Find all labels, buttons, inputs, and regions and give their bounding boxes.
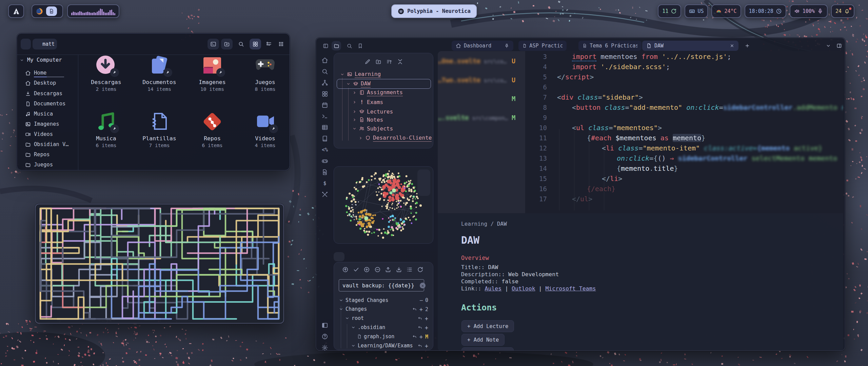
stage-icon[interactable]: + (425, 315, 428, 322)
git-list-icon[interactable] (406, 266, 413, 273)
git-upload-icon[interactable] (385, 266, 391, 273)
external-link-outlook[interactable]: Outlook (512, 285, 535, 292)
chevron-icon[interactable] (345, 316, 350, 321)
chevron-down-icon[interactable] (340, 72, 344, 77)
git-circle-minus-icon[interactable] (374, 266, 381, 273)
folder-tile-documentos[interactable]: Documentos14 items (134, 55, 185, 92)
stage-icon[interactable]: + (419, 333, 423, 340)
active-app-chip[interactable] (46, 6, 57, 16)
ribbon-layout-grid-icon[interactable] (321, 90, 328, 97)
now-playing-widget[interactable]: Polyphia - Neurotica (391, 4, 477, 18)
explorer-pencil-icon[interactable] (364, 59, 371, 65)
folder-tile-repos[interactable]: Repos6 items (187, 111, 238, 148)
ribbon-table-icon[interactable] (321, 124, 328, 131)
ribbon-home-icon[interactable] (321, 57, 328, 64)
chevron-right-icon[interactable] (358, 136, 363, 140)
sidebar-section-header[interactable]: My Computer (17, 56, 78, 64)
tree-item-assignments[interactable]: Assignments (352, 88, 403, 97)
tray-keyboard-layout[interactable]: US (685, 4, 708, 18)
folder-tile-videos[interactable]: Videos4 items (240, 111, 290, 148)
launcher-button[interactable] (8, 4, 24, 18)
window-folder-button[interactable] (332, 41, 341, 50)
git-download2-icon[interactable] (396, 266, 402, 273)
nav-forward-button[interactable] (59, 39, 69, 49)
toolbar-grid-view-button[interactable] (250, 39, 261, 49)
sidebar-item-juegos[interactable]: Juegos (17, 160, 78, 169)
new-tab-button[interactable] (743, 41, 752, 50)
chevron-icon[interactable] (351, 343, 356, 348)
git-row--obsidian[interactable]: .obsidian (351, 323, 385, 331)
ribbon-git-fork-icon[interactable] (321, 79, 328, 86)
tray-notifications[interactable]: 24 (831, 4, 854, 18)
tree-item-notes[interactable]: Notes (352, 116, 383, 124)
chevron-down-icon[interactable] (346, 82, 351, 86)
folder-tile-descargas[interactable]: Descargas2 items (81, 55, 132, 92)
git-circle-up-icon[interactable] (342, 266, 349, 273)
chevron-icon[interactable] (351, 325, 356, 330)
git-row-learning-daw-exams[interactable]: Learning/DAW/Exams (351, 342, 413, 350)
toolbar-search-button[interactable] (235, 39, 247, 49)
unstage-icon[interactable]: — (420, 297, 423, 303)
window-bookmark-button[interactable] (355, 41, 365, 50)
chevron-right-icon[interactable] (352, 90, 357, 95)
explorer-folder-plus-icon[interactable] (375, 59, 381, 65)
toolbar-list-view-button[interactable] (263, 39, 275, 49)
window-panel-left-button[interactable] (321, 41, 330, 50)
tray-clock[interactable]: 18:08:28 (745, 4, 786, 18)
workspace-apps-widget[interactable] (32, 4, 63, 18)
git-panel-tab[interactable] (334, 252, 344, 261)
folder-tile-juegos[interactable]: Juegos8 items (240, 55, 290, 92)
sidebar-item-videos[interactable]: Videos (17, 130, 78, 139)
ribbon-dock-left-icon[interactable] (321, 322, 328, 329)
discard-icon[interactable] (418, 316, 422, 321)
sidebar-item-musica[interactable]: Musica (17, 109, 78, 118)
explorer-collapse-icon[interactable] (397, 59, 403, 65)
tab-tema-6-pr-cticas-[interactable]: Tema 6 Prácticas -… (578, 41, 642, 51)
tray-weather[interactable]: 24°C (711, 4, 741, 18)
explorer-sort-icon[interactable] (386, 59, 392, 65)
ribbon-gear-icon[interactable] (321, 344, 328, 351)
chevron-right-icon[interactable] (352, 100, 357, 104)
sidebar-item-home[interactable]: Home (17, 68, 78, 77)
sidebar-item-imagenes[interactable]: Imagenes (17, 120, 78, 128)
tree-item-lectures[interactable]: Lectures (352, 107, 393, 116)
git-row-graph-json[interactable]: graph.json (357, 332, 394, 341)
firefox-icon[interactable] (36, 7, 43, 15)
ribbon-book-icon[interactable] (321, 135, 328, 142)
tray-volume[interactable]: 100% (790, 4, 828, 18)
window-search-button[interactable] (344, 41, 354, 50)
ribbon-dollar-icon[interactable]: $ (321, 180, 328, 187)
ribbon-calendar-icon[interactable] (321, 102, 328, 108)
ribbon-gamepad-icon[interactable] (321, 158, 328, 164)
commit-message-input[interactable] (339, 279, 424, 291)
graph-settings-gear-icon[interactable] (420, 173, 427, 180)
audio-visualizer-widget[interactable] (67, 4, 119, 18)
discard-icon[interactable] (412, 307, 417, 312)
clear-commit-icon[interactable]: ✕ (420, 283, 426, 288)
stage-icon[interactable]: + (419, 306, 423, 313)
git-checkm-icon[interactable] (353, 266, 359, 273)
external-link-aules[interactable]: Aules (485, 285, 502, 292)
sidebar-item-desktop[interactable]: Desktop (17, 79, 78, 87)
sidebar-item-documentos[interactable]: Documentos (17, 99, 78, 108)
toolbar-new-folder-button[interactable] (221, 39, 233, 49)
sidebar-item-obsidianv[interactable]: Obsidian V… (17, 140, 78, 149)
action-button-partial[interactable] (461, 347, 514, 351)
tree-item-subjects[interactable]: Subjects (352, 124, 393, 133)
toolbar-compact-view-button[interactable] (275, 39, 287, 49)
sidebar-item-repos[interactable]: Repos (17, 150, 78, 159)
folder-tile-plantillas[interactable]: Plantillas7 items (134, 111, 185, 148)
folder-tile-imagenes[interactable]: Imagenes10 items (187, 55, 238, 92)
tabbar-layout-right-button[interactable] (835, 41, 844, 50)
ribbon-codepc-icon[interactable]: <% (321, 146, 328, 153)
chevron-icon[interactable] (339, 298, 343, 303)
tab-dashboard[interactable]: Dashboard (452, 41, 513, 51)
close-tab-icon[interactable] (730, 43, 734, 48)
chevron-down-icon[interactable] (352, 126, 357, 131)
ribbon-file-search-icon[interactable] (321, 169, 328, 176)
discard-icon[interactable] (418, 325, 422, 330)
graph-filter-wand-icon[interactable] (420, 185, 427, 192)
folder-tile-musica[interactable]: Musica6 items (81, 111, 132, 148)
stage-icon[interactable]: + (425, 343, 428, 349)
breadcrumb[interactable]: matt (33, 39, 57, 49)
